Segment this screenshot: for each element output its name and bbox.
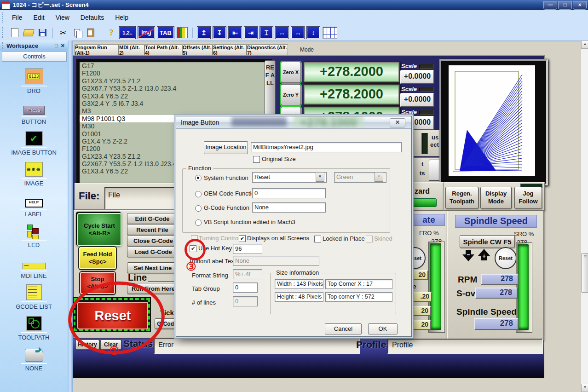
dro-y-value[interactable]: +278.2000 [303, 84, 400, 105]
spindle-speed-value[interactable]: 278 [474, 318, 519, 330]
menu-file[interactable]: File [6, 12, 28, 23]
image-location-button[interactable]: Image Location [204, 141, 248, 154]
copy-button[interactable] [71, 27, 82, 38]
tab-order-button[interactable]: TAB [157, 27, 174, 39]
dro-x-value[interactable]: +278.2000 [303, 61, 400, 83]
spindle-cw-button[interactable]: Spindle CW F5 [460, 235, 515, 248]
gcode-function-radio[interactable] [195, 205, 202, 212]
space-vertical-button[interactable]: ↕ [307, 27, 320, 39]
image-toggle-button[interactable]: Img [138, 27, 155, 39]
maximize-button[interactable]: □ [558, 1, 572, 10]
height-field[interactable]: Height : 48 Pixels [275, 292, 323, 302]
cut-button[interactable]: ✂ [58, 27, 69, 38]
vb-script-radio[interactable] [195, 219, 202, 226]
zero-x-button[interactable]: Zero X [281, 62, 301, 83]
vertical-scrollbar[interactable]: ▲ ≡ ▼ [581, 40, 588, 392]
locked-in-place-checkbox[interactable] [314, 236, 321, 242]
tab-offsets[interactable]: Offsets (Alt-5) [182, 44, 213, 56]
scale-y-value[interactable]: +0.0000 [400, 93, 434, 107]
tab-mdi[interactable]: MDI (Alt-2) [119, 44, 144, 56]
oem-code-radio[interactable] [195, 191, 202, 197]
tab-settings[interactable]: Settings (Alt-6) [213, 44, 247, 56]
new-file-button[interactable] [9, 27, 20, 38]
image-path-field[interactable]: MillBitmaps¥reset2.jpg [251, 142, 402, 152]
controls-header[interactable]: Controls [2, 52, 67, 62]
load-gcode-button[interactable]: Load G-Code [127, 246, 179, 257]
button-label-text-field[interactable]: None [233, 256, 319, 266]
profile-field[interactable]: Profile [387, 339, 543, 354]
space-horizontal-button[interactable]: ↔ [291, 27, 304, 39]
cycle-start-button[interactable]: Cycle Start <Alt-R> [77, 213, 121, 246]
dialog-close-icon[interactable]: ✕ [390, 118, 405, 127]
sidebar-item-image[interactable]: ❋✱❋ IMAGE [21, 156, 47, 187]
top-corner-y-field[interactable]: Top corner Y : 572 [325, 292, 392, 302]
sov-value[interactable]: 278 [475, 288, 518, 299]
width-field[interactable]: Width : 143 Pixels [275, 279, 323, 289]
num-lines-field[interactable]: 0 [233, 296, 258, 306]
menu-view[interactable]: View [50, 12, 75, 23]
fro-slider-track[interactable] [428, 242, 445, 333]
gcode-line[interactable]: G2X67.7 Y53.5 Z-1.2 I13.0 J23.4 [80, 85, 269, 92]
align-bottom-button[interactable]: ↧ [213, 27, 226, 39]
menu-defaults[interactable]: Defaults [75, 12, 110, 23]
stretch-horizontal-button[interactable]: ↔ [276, 27, 288, 39]
system-function-radio[interactable] [195, 175, 202, 181]
tab-numbers-button[interactable]: 1,2.. [120, 27, 135, 39]
top-corner-x-field[interactable]: Top Corner X : 17 [325, 279, 392, 289]
scroll-down-icon[interactable]: ▼ [581, 384, 588, 392]
menu-edit[interactable]: Edit [28, 12, 50, 23]
align-right-button[interactable]: ⇥ [244, 27, 257, 39]
menu-help[interactable]: Help [110, 12, 134, 23]
workspace-header[interactable]: Workspace □ ✕ [0, 40, 68, 51]
line-field[interactable] [148, 281, 179, 282]
feed-hold-button[interactable]: Feed Hold <Spc> [79, 247, 116, 269]
panel-splitter[interactable] [68, 40, 73, 392]
gcode-line[interactable]: G1X23.4 Y23.5 Z1.2 [80, 77, 269, 85]
help-button[interactable]: ? [106, 27, 117, 38]
sidebar-item-mdi-line[interactable]: ▪▪▪▪▪ MDI LINE [21, 248, 46, 279]
zero-y-button[interactable]: Zero Y [281, 84, 301, 105]
grid-button[interactable] [323, 27, 337, 39]
dialog-titlebar[interactable]: +278.1000 Image Button [176, 116, 411, 129]
workspace-pin-icon[interactable]: □ [55, 43, 58, 48]
rpm-value[interactable]: 278 [481, 274, 519, 285]
scroll-up-icon[interactable]: ▲ [581, 40, 588, 49]
original-size-checkbox[interactable] [253, 156, 260, 163]
sidebar-item-led[interactable]: LED [21, 218, 47, 248]
tab-group-field[interactable]: 0 [233, 282, 258, 293]
oem-code-field[interactable]: 0 [252, 188, 326, 198]
ok-button[interactable]: OK [368, 323, 398, 334]
sidebar-item-label-control[interactable]: HELP LABEL [21, 187, 47, 218]
workspace-close-icon[interactable]: ✕ [61, 43, 65, 49]
system-combo-dropdown-icon[interactable]: ▼ [316, 172, 324, 182]
align-left-button[interactable]: ⇤ [229, 27, 242, 39]
tab-tool-path[interactable]: Tool Path (Alt-4) [144, 44, 182, 56]
hotkey-field[interactable]: 96 [233, 244, 262, 254]
sidebar-item-image-button[interactable]: ✔ IMAGE BUTTON [11, 125, 57, 156]
displays-all-screens-checkbox[interactable]: ✔ [239, 235, 246, 242]
paste-button[interactable] [85, 27, 96, 38]
sidebar-item-none[interactable]: NONE [21, 341, 47, 372]
edit-gcode-button[interactable]: Edit G-Code [127, 213, 178, 224]
cancel-button[interactable]: Cancel [325, 323, 362, 334]
open-file-button[interactable] [23, 27, 34, 38]
sidebar-item-button[interactable]: Press BUTTON [21, 94, 47, 125]
spindle-up-arrow-button[interactable]: + [478, 249, 490, 261]
status-field[interactable]: Error [154, 338, 360, 354]
minimize-button[interactable]: — [543, 1, 557, 10]
scale-x-value[interactable]: +0.0000 [400, 70, 434, 84]
gcode-line[interactable]: G1X3.4 Y6.5 Z2 [80, 92, 269, 100]
recent-file-button[interactable]: Recent File [127, 224, 178, 235]
fro-slider-bar[interactable] [430, 243, 441, 330]
spindle-down-arrow-button[interactable]: − [462, 250, 474, 262]
sidebar-item-toolpath[interactable]: TOOLPATH [18, 310, 50, 341]
sidebar-item-dro[interactable]: 0123 DRO [21, 63, 47, 94]
gcode-function-field[interactable]: None [252, 202, 326, 213]
close-gcode-button[interactable]: Close G-Code [127, 235, 179, 246]
sro-reset-button[interactable]: Reset [495, 247, 517, 269]
display-mode-button[interactable]: Display Mode [480, 187, 512, 209]
colors-button[interactable] [177, 27, 188, 38]
regen-toolpath-button[interactable]: Regen. Toolpath [445, 187, 478, 209]
set-next-line-button[interactable]: Set Next Line [127, 262, 179, 273]
format-string-field[interactable]: %+.4f [233, 269, 262, 279]
